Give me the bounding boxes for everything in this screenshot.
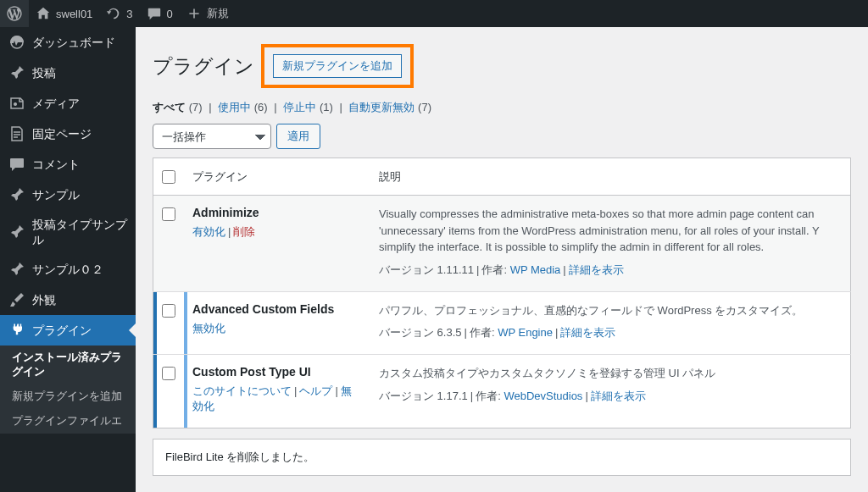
submenu-item[interactable]: 新規プラグインを追加 [0, 384, 136, 409]
plugin-action-link[interactable]: このサイトについて [192, 384, 292, 397]
menu-item-投稿タイプサンプル[interactable]: 投稿タイプサンプル [0, 210, 136, 254]
updates-count: 3 [126, 8, 132, 20]
select-plugin-checkbox[interactable] [162, 367, 175, 380]
plugin-action-link[interactable]: 削除 [233, 225, 255, 238]
filter-inactive[interactable]: 停止中 [283, 101, 316, 113]
plugin-row: Custom Post Type UIこのサイトについて|ヘルプ|無効化カスタム… [153, 355, 851, 428]
filter-all[interactable]: すべて [153, 101, 186, 113]
menu-item-label: 固定ページ [32, 126, 92, 141]
column-description: 説明 [370, 158, 851, 196]
menu-item-サンプル０２[interactable]: サンプル０２ [0, 254, 136, 285]
menu-item-label: メディア [32, 96, 80, 111]
plugin-description: Visually compresses the administrative m… [379, 206, 842, 256]
plugin-details-link[interactable]: 詳細を表示 [560, 326, 615, 339]
filter-active[interactable]: 使用中 [218, 101, 251, 113]
menu-item-メディア[interactable]: メディア [0, 88, 136, 119]
comment-icon [8, 156, 25, 173]
main-content: プラグイン 新規プラグインを追加 すべて (7) | 使用中 (6) | 停止中… [136, 27, 868, 492]
menu-item-label: プラグイン [32, 323, 92, 338]
dashboard-icon [8, 34, 25, 51]
submenu-item[interactable]: プラグインファイルエ [0, 409, 136, 434]
plugin-filters: すべて (7) | 使用中 (6) | 停止中 (1) | 自動更新無効 (7) [153, 100, 851, 115]
menu-item-コメント[interactable]: コメント [0, 149, 136, 180]
pin-icon [8, 64, 25, 81]
plugin-name: Custom Post Type UI [192, 365, 362, 379]
pin-icon [8, 261, 25, 278]
plugin-row-actions: このサイトについて|ヘルプ|無効化 [192, 384, 362, 414]
page-title: プラグイン [153, 53, 254, 80]
site-name: swell01 [56, 8, 92, 20]
wp-logo[interactable] [0, 0, 29, 27]
menu-item-外観[interactable]: 外観 [0, 285, 136, 315]
new-content[interactable]: 新規 [180, 0, 236, 27]
site-link[interactable]: swell01 [29, 0, 99, 27]
updates-link[interactable]: 3 [99, 0, 139, 27]
menu-item-固定ページ[interactable]: 固定ページ [0, 119, 136, 149]
wordpress-icon [7, 6, 22, 21]
plugin-details-link[interactable]: 詳細を表示 [591, 390, 646, 402]
column-name[interactable]: プラグイン [184, 158, 370, 196]
plugin-action-link[interactable]: ヘルプ [299, 384, 332, 397]
add-new-highlight: 新規プラグインを追加 [261, 44, 414, 88]
pin-icon [8, 186, 25, 203]
plugin-author-link[interactable]: WP Media [510, 263, 561, 276]
plugin-meta: バージョン 1.17.1|作者: WebDevStudios|詳細を表示 [379, 389, 842, 404]
menu-item-ダッシュボード[interactable]: ダッシュボード [0, 27, 136, 58]
select-all-checkbox[interactable] [162, 170, 175, 184]
admin-sidebar: ダッシュボード投稿メディア固定ページコメントサンプル投稿タイプサンプルサンプル０… [0, 27, 136, 492]
plugins-submenu: インストール済みプラグイン新規プラグインを追加プラグインファイルエ [0, 346, 136, 434]
plugin-author-link[interactable]: WP Engine [498, 326, 553, 339]
menu-item-label: サンプル [32, 187, 80, 202]
menu-item-label: ダッシュボード [32, 35, 115, 50]
plugin-row: Adminimize有効化|削除Visually compresses the … [153, 196, 851, 292]
add-new-button[interactable]: 新規プラグインを追加 [273, 54, 402, 78]
menu-item-label: サンプル０２ [32, 262, 103, 277]
plugin-meta: バージョン 1.11.11|作者: WP Media|詳細を表示 [379, 263, 842, 278]
page-icon [8, 125, 25, 142]
menu-item-プラグイン[interactable]: プラグイン [0, 315, 136, 346]
pin-icon [8, 224, 25, 240]
plugins-table: プラグイン 説明 Adminimize有効化|削除Visually compre… [153, 158, 851, 428]
plugin-row-actions: 有効化|削除 [192, 224, 362, 240]
plugin-action-link[interactable]: 有効化 [192, 225, 225, 238]
plugin-name: Adminimize [192, 206, 362, 219]
plus-icon [186, 6, 202, 21]
menu-item-label: 投稿タイプサンプル [32, 217, 127, 247]
plugin-description: カスタム投稿タイプやカスタムタクソノミを登録する管理 UI パネル [379, 365, 842, 382]
comments-link[interactable]: 0 [140, 0, 180, 27]
plugin-row-actions: 無効化 [192, 321, 362, 336]
select-plugin-checkbox[interactable] [162, 304, 175, 318]
deleted-notice: FileBird Lite を削除しました。 [153, 439, 851, 476]
plugin-row: Advanced Custom Fields無効化パワフル、プロフェッショナル、… [153, 291, 851, 355]
select-plugin-checkbox[interactable] [162, 207, 175, 221]
bulk-apply-button[interactable]: 適用 [276, 124, 320, 149]
menu-item-label: 投稿 [32, 65, 56, 80]
plug-icon [8, 322, 25, 339]
update-icon [106, 6, 121, 21]
new-label: 新規 [207, 6, 229, 21]
plugin-description: パワフル、プロフェッショナル、直感的なフィールドで WordPress をカスタ… [379, 302, 842, 319]
plugin-author-link[interactable]: WebDevStudios [504, 390, 582, 402]
menu-item-label: 外観 [32, 292, 56, 307]
plugin-meta: バージョン 6.3.5|作者: WP Engine|詳細を表示 [379, 325, 842, 340]
admin-bar: swell01 3 0 新規 [0, 0, 868, 27]
submenu-item[interactable]: インストール済みプラグイン [0, 346, 136, 384]
home-icon [36, 6, 51, 21]
comment-icon [147, 6, 162, 21]
plugin-name: Advanced Custom Fields [192, 302, 362, 316]
media-icon [8, 95, 25, 112]
menu-item-投稿[interactable]: 投稿 [0, 58, 136, 88]
brush-icon [8, 291, 25, 308]
menu-item-label: コメント [32, 157, 80, 172]
plugin-details-link[interactable]: 詳細を表示 [569, 263, 624, 276]
plugin-action-link[interactable]: 無効化 [192, 322, 225, 334]
bulk-action-select[interactable]: 一括操作 [153, 124, 271, 149]
filter-autoupdate-disabled[interactable]: 自動更新無効 [348, 101, 415, 113]
comments-count: 0 [167, 8, 173, 20]
menu-item-サンプル[interactable]: サンプル [0, 180, 136, 210]
